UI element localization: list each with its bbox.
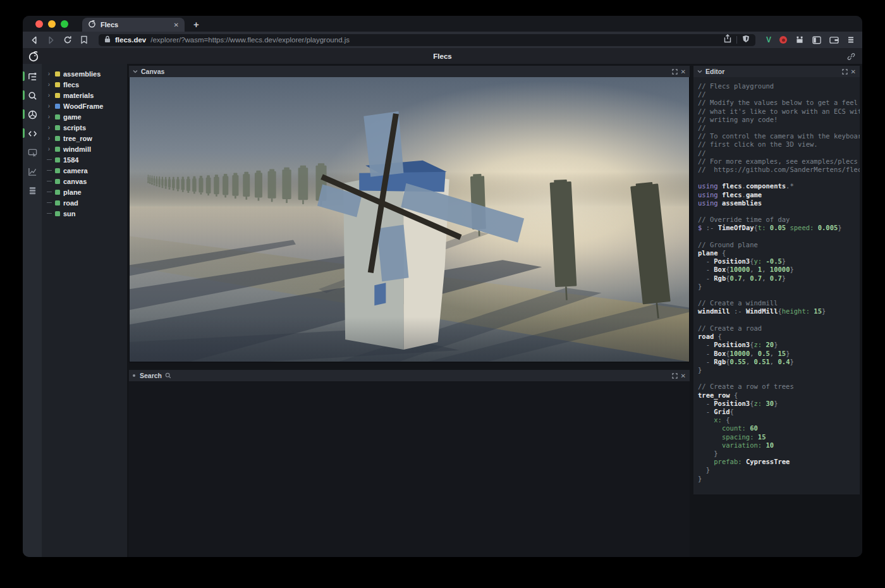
tab-favicon	[88, 19, 96, 30]
tree-item-label: game	[63, 113, 82, 121]
menu-icon[interactable]	[847, 36, 855, 44]
expand-icon[interactable]	[672, 69, 678, 75]
page-header: Flecs	[23, 48, 862, 64]
code-token: -	[698, 257, 714, 265]
chevron-right-icon: ›	[46, 135, 52, 142]
prefab-color-square	[55, 104, 60, 109]
rail-entities-icon[interactable]	[23, 107, 42, 121]
bookmark-icon[interactable]	[80, 35, 88, 44]
back-icon[interactable]	[30, 36, 39, 44]
tree-item-sun[interactable]: sun	[42, 208, 127, 219]
chevron-right-icon: ›	[46, 81, 52, 88]
rail-tree-view-icon[interactable]	[23, 70, 42, 83]
wallet-icon[interactable]	[829, 36, 839, 44]
editor-code[interactable]: // Flecs playground // // Modify the val…	[698, 82, 860, 483]
main-area: Canvas ✕	[127, 64, 692, 557]
rail-logs-icon[interactable]	[23, 183, 42, 197]
close-icon[interactable]: ✕	[681, 68, 686, 75]
expand-icon[interactable]	[842, 69, 848, 75]
tree-item-road[interactable]: road	[42, 197, 127, 208]
leaf-dash-icon	[46, 213, 52, 214]
tab-close-icon[interactable]: ✕	[174, 21, 179, 28]
tree-item-WoodFrame[interactable]: ›WoodFrame	[42, 101, 127, 111]
code-token: 0.7	[770, 274, 782, 282]
tree-item-assemblies[interactable]: ›assemblies	[42, 68, 127, 79]
rail-code-icon[interactable]	[23, 126, 42, 140]
tree-item-windmill[interactable]: ›windmill	[42, 144, 127, 154]
code-token: // Flecs playground	[698, 82, 774, 90]
code-token: // To control the camera with the keyboa…	[698, 132, 860, 140]
code-token: 0.7	[730, 274, 742, 282]
chevron-down-icon[interactable]	[133, 70, 138, 73]
new-tab-button[interactable]: +	[193, 19, 199, 30]
expand-icon[interactable]	[672, 373, 678, 379]
forward-icon[interactable]	[47, 36, 55, 44]
share-icon[interactable]	[724, 34, 731, 46]
panel-toggle-icon[interactable]	[133, 374, 135, 377]
tree-item-plane[interactable]: plane	[42, 187, 127, 197]
code-token: 60	[750, 424, 758, 432]
code-token: game	[746, 191, 762, 199]
close-window-button[interactable]	[35, 20, 43, 28]
shield-icon[interactable]	[742, 34, 750, 46]
adblock-extension-icon[interactable]	[779, 36, 787, 44]
code-token: -0.5	[766, 257, 782, 265]
share-link-icon[interactable]	[847, 52, 855, 63]
code-token: speed:	[786, 224, 818, 231]
rail-stats-icon[interactable]	[23, 164, 42, 178]
tree-item-scripts[interactable]: ›scripts	[42, 122, 127, 133]
code-editor[interactable]: // Flecs playground // // Modify the val…	[693, 77, 860, 494]
code-token: //	[698, 90, 706, 98]
tree-item-flecs[interactable]: ›flecs	[42, 79, 127, 90]
code-token: components	[746, 182, 786, 190]
tree-item-label: scripts	[63, 124, 86, 132]
cypress-tree	[198, 176, 203, 194]
minimize-window-button[interactable]	[48, 20, 56, 28]
code-token: assemblies	[722, 199, 762, 207]
url-bar[interactable]: flecs.dev/explorer/?wasm=https://www.fle…	[99, 34, 755, 46]
chevron-right-icon: ›	[46, 92, 52, 99]
rail-inspector-icon[interactable]	[23, 145, 42, 159]
code-token: {	[726, 416, 729, 424]
code-token: ,	[746, 358, 754, 365]
tree-item-canvas[interactable]: canvas	[42, 176, 127, 187]
flecs-explorer-page: Flecs ›assemblies›flecs›materials›WoodFr…	[23, 48, 862, 557]
entity-color-square	[55, 200, 60, 205]
extensions-puzzle-icon[interactable]	[795, 35, 804, 44]
code-token: }	[782, 257, 786, 265]
code-token: 20	[766, 341, 774, 348]
vue-extension-icon[interactable]: V	[766, 35, 771, 44]
code-token: 0.55	[730, 358, 746, 365]
tree-item-tree_row[interactable]: ›tree_row	[42, 133, 127, 144]
tree-item-label: assemblies	[63, 70, 101, 78]
flecs-logo-icon[interactable]	[28, 51, 39, 64]
code-token	[698, 424, 722, 432]
canvas-3d-viewport[interactable]	[129, 77, 690, 362]
chevron-down-icon[interactable]	[697, 70, 702, 73]
reload-icon[interactable]	[63, 35, 72, 44]
cypress-tree	[268, 169, 276, 202]
tree-item-label: flecs	[63, 81, 79, 89]
tree-item-camera[interactable]: camera	[42, 165, 127, 176]
cypress-tree	[255, 171, 262, 201]
code-token: }	[790, 266, 793, 273]
code-token	[698, 458, 714, 465]
close-icon[interactable]: ✕	[681, 372, 686, 379]
code-token: // Override time of day	[698, 216, 790, 223]
code-token: // For more examples, see examples/plecs…	[698, 157, 860, 165]
code-token: .*	[786, 182, 794, 190]
search-results-area[interactable]	[129, 381, 690, 557]
tree-item-1584[interactable]: 1584	[42, 154, 127, 165]
tree-item-materials[interactable]: ›materials	[42, 90, 127, 101]
entity-color-square	[55, 114, 60, 119]
tree-item-label: materials	[63, 92, 94, 99]
maximize-window-button[interactable]	[61, 20, 68, 28]
close-icon[interactable]: ✕	[851, 68, 856, 75]
rail-search-icon[interactable]	[23, 89, 42, 102]
sidebar-toggle-icon[interactable]	[812, 36, 821, 44]
leaf-dash-icon	[46, 192, 52, 192]
code-token: }	[774, 341, 778, 348]
tree-item-game[interactable]: ›game	[42, 111, 127, 122]
browser-tab-flecs[interactable]: Flecs ✕	[82, 18, 185, 32]
search-panel-header: Search ✕	[129, 370, 690, 381]
